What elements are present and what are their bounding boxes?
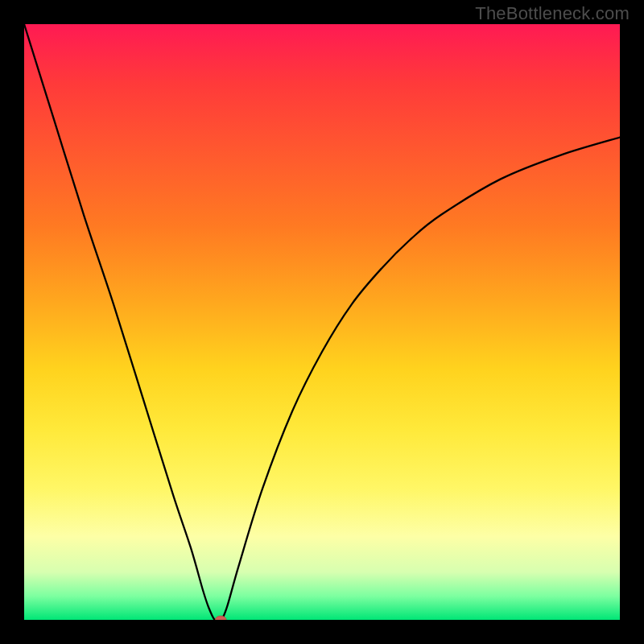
watermark-text: TheBottleneck.com	[475, 3, 630, 24]
optimum-marker	[215, 616, 226, 620]
curve-line	[24, 24, 620, 620]
chart-frame: TheBottleneck.com	[0, 0, 644, 644]
plot-area	[24, 24, 620, 620]
bottleneck-curve	[24, 24, 620, 620]
